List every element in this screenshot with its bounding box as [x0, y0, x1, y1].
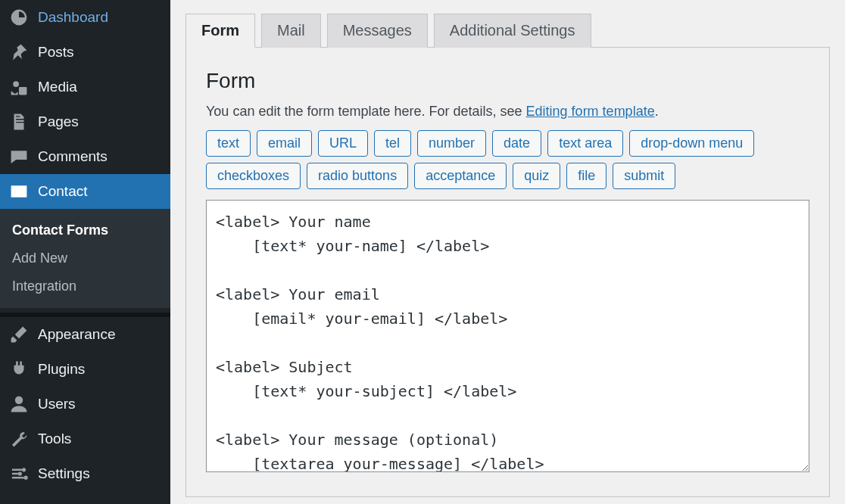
form-panel: Form You can edit the form template here… — [186, 47, 830, 497]
sidebar-subitem-add-new[interactable]: Add New — [0, 244, 170, 272]
sidebar-item-label: Contact — [38, 183, 87, 200]
svg-rect-1 — [19, 87, 27, 95]
sidebar-item-users[interactable]: Users — [0, 387, 170, 422]
sidebar-subitem-contact-forms[interactable]: Contact Forms — [0, 216, 170, 244]
tag-button-textarea[interactable]: text area — [547, 130, 623, 157]
panel-heading: Form — [206, 69, 809, 93]
sidebar-item-appearance[interactable]: Appearance — [0, 317, 170, 352]
sidebar-submenu: Contact Forms Add New Integration — [0, 209, 170, 308]
sidebar-item-contact[interactable]: Contact — [0, 174, 170, 209]
tag-button-checkboxes[interactable]: checkboxes — [206, 163, 301, 189]
tag-button-radio[interactable]: radio buttons — [307, 163, 408, 189]
tag-generator-row: text email URL tel number date text area… — [206, 130, 809, 189]
tag-button-submit[interactable]: submit — [613, 163, 675, 189]
tag-button-date[interactable]: date — [492, 130, 541, 157]
sidebar-item-tools[interactable]: Tools — [0, 422, 170, 456]
sidebar-item-pages[interactable]: Pages — [0, 104, 170, 139]
user-icon — [9, 394, 29, 414]
tab-messages[interactable]: Messages — [327, 14, 428, 48]
sidebar-item-label: Posts — [38, 44, 74, 61]
svg-point-0 — [13, 81, 19, 87]
admin-sidebar: Dashboard Posts Media Pages Comments Con… — [0, 0, 170, 504]
media-icon — [9, 77, 29, 97]
pages-icon — [9, 112, 29, 132]
sidebar-item-label: Dashboard — [38, 9, 108, 26]
intro-text-prefix: You can edit the form template here. For… — [206, 104, 526, 119]
tag-button-file[interactable]: file — [566, 163, 606, 189]
sidebar-item-posts[interactable]: Posts — [0, 35, 170, 70]
svg-point-3 — [22, 468, 26, 471]
tag-button-dropdown[interactable]: drop-down menu — [629, 130, 754, 157]
sidebar-item-label: Comments — [38, 148, 108, 165]
sidebar-item-dashboard[interactable]: Dashboard — [0, 0, 170, 35]
sidebar-item-comments[interactable]: Comments — [0, 139, 170, 174]
sidebar-item-plugins[interactable]: Plugins — [0, 352, 170, 387]
svg-point-2 — [15, 397, 23, 404]
tag-button-quiz[interactable]: quiz — [513, 163, 560, 189]
sidebar-item-media[interactable]: Media — [0, 70, 170, 104]
tag-button-acceptance[interactable]: acceptance — [414, 163, 507, 189]
sidebar-subitem-integration[interactable]: Integration — [0, 272, 170, 300]
tab-bar: Form Mail Messages Additional Settings — [186, 14, 830, 48]
tab-mail[interactable]: Mail — [261, 14, 321, 48]
intro-link[interactable]: Editing form template — [526, 104, 655, 119]
sidebar-item-label: Settings — [38, 465, 90, 482]
panel-intro: You can edit the form template here. For… — [206, 104, 809, 120]
brush-icon — [9, 325, 29, 344]
sidebar-item-label: Pages — [38, 114, 79, 130]
sidebar-item-label: Appearance — [38, 326, 115, 343]
sidebar-item-label: Plugins — [38, 361, 85, 378]
comments-icon — [9, 147, 29, 166]
svg-point-5 — [24, 476, 28, 480]
tab-form[interactable]: Form — [186, 14, 255, 48]
main-content: Form Mail Messages Additional Settings F… — [170, 0, 845, 504]
sidebar-item-label: Tools — [38, 431, 71, 447]
intro-text-suffix: . — [655, 104, 659, 119]
tag-button-url[interactable]: URL — [318, 130, 368, 157]
plug-icon — [9, 359, 29, 379]
sliders-icon — [9, 464, 29, 484]
tag-button-text[interactable]: text — [206, 130, 251, 157]
sidebar-item-settings[interactable]: Settings — [0, 456, 170, 491]
dashboard-icon — [9, 8, 29, 27]
sidebar-item-label: Users — [38, 396, 76, 412]
envelope-icon — [9, 182, 29, 201]
pin-icon — [9, 42, 29, 62]
tag-button-email[interactable]: email — [257, 130, 312, 157]
form-template-textarea[interactable] — [206, 200, 809, 472]
sidebar-item-label: Media — [38, 79, 77, 95]
wrench-icon — [9, 429, 29, 449]
svg-point-4 — [18, 471, 22, 475]
tag-button-tel[interactable]: tel — [374, 130, 411, 157]
tab-additional-settings[interactable]: Additional Settings — [434, 14, 591, 48]
tag-button-number[interactable]: number — [417, 130, 486, 157]
